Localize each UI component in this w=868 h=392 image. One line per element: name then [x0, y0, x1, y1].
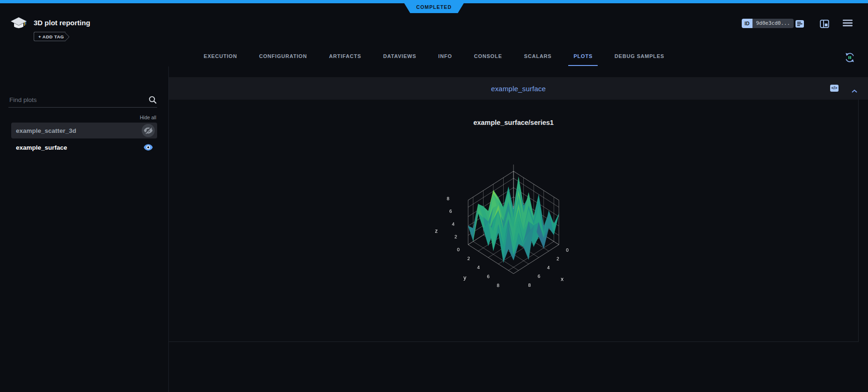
add-tag-button[interactable]: + ADD TAG: [34, 32, 65, 41]
tab-dataviews[interactable]: DATAVIEWS: [383, 52, 416, 66]
plot-search-row: [8, 93, 157, 108]
plot-panel-title: example_surface: [491, 85, 546, 93]
plot-panel-header: example_surface </>: [169, 77, 868, 100]
plot-item-label: example_surface: [16, 144, 67, 151]
id-value: 9d0e3cd0...: [752, 19, 794, 28]
plot-list: example_scatter_3dexample_surface: [11, 123, 157, 156]
tab-info[interactable]: INFO: [438, 52, 452, 66]
experiment-type-icon: [10, 17, 27, 33]
plot-subtitle: example_surface/series1: [169, 119, 858, 126]
plot-list-item[interactable]: example_surface: [11, 139, 157, 155]
id-label: ID: [742, 19, 752, 28]
surface-plot-canvas[interactable]: [425, 152, 602, 306]
plots-sidebar: Hide all example_scatter_3dexample_surfa…: [0, 66, 169, 392]
tab-configuration[interactable]: CONFIGURATION: [259, 52, 307, 66]
hide-all-button[interactable]: Hide all: [140, 115, 156, 120]
code-icon[interactable]: </>: [830, 85, 839, 92]
auto-refresh-button[interactable]: [844, 51, 856, 65]
plot-list-item[interactable]: example_scatter_3d: [11, 123, 157, 138]
tab-bar: EXECUTIONCONFIGURATIONARTIFACTSDATAVIEWS…: [0, 52, 868, 66]
plots-main-area: example_surface </> example_surface/seri…: [169, 66, 868, 392]
status-badge: COMPLETED: [402, 0, 466, 13]
experiment-id-chip[interactable]: ID 9d0e3cd0...: [742, 19, 794, 28]
eye-off-icon[interactable]: [142, 124, 155, 137]
tab-debug-samples[interactable]: DEBUG SAMPLES: [615, 52, 664, 66]
details-icon[interactable]: [795, 20, 804, 30]
layout-panel-icon[interactable]: [820, 20, 829, 30]
tab-scalars[interactable]: SCALARS: [524, 52, 552, 66]
experiment-title: 3D plot reporting: [34, 19, 90, 27]
tab-plots[interactable]: PLOTS: [568, 52, 598, 66]
search-input[interactable]: [8, 96, 147, 104]
plot-item-label: example_scatter_3d: [16, 127, 76, 134]
tab-console[interactable]: CONSOLE: [474, 52, 502, 66]
plot-panel-body: example_surface/series1: [169, 100, 859, 342]
tab-execution[interactable]: EXECUTION: [204, 52, 237, 66]
eye-icon[interactable]: [142, 141, 155, 154]
tab-artifacts[interactable]: ARTIFACTS: [329, 52, 361, 66]
search-icon[interactable]: [147, 95, 157, 104]
chevron-up-icon[interactable]: [851, 87, 858, 95]
menu-icon[interactable]: [843, 20, 853, 29]
